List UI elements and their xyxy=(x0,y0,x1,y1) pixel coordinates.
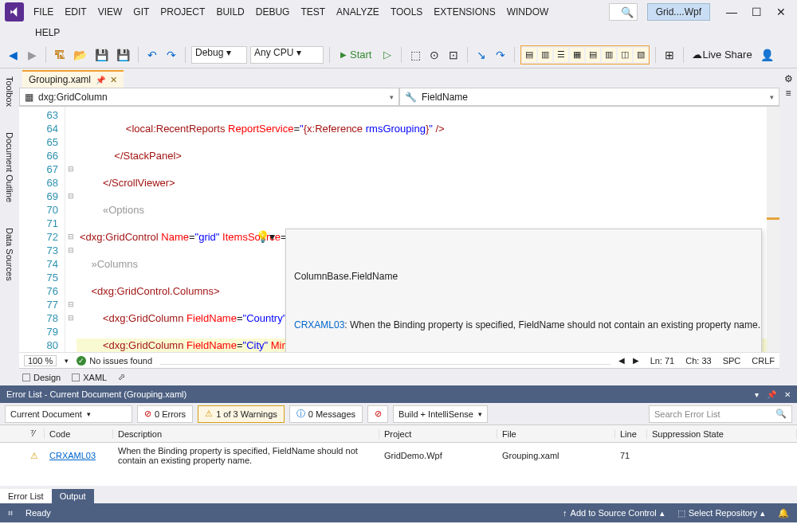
cr-icon-6[interactable]: ▥ xyxy=(602,48,616,62)
error-desc: When the Binding property is specified, … xyxy=(113,443,379,468)
error-code-link[interactable]: CRXAML03 xyxy=(49,451,96,460)
indent-indicator[interactable]: SPC xyxy=(723,356,741,366)
warnings-filter[interactable]: ⚠1 of 3 Warnings xyxy=(198,405,285,423)
nav-type-combo[interactable]: ▦ dxg:GridColumn xyxy=(19,88,399,106)
tool-icon-1[interactable]: ⬚ xyxy=(407,46,423,64)
line-indicator: Ln: 71 xyxy=(650,356,675,366)
menu-help[interactable]: HELP xyxy=(35,27,60,38)
solution-label[interactable]: Grid....Wpf xyxy=(647,3,710,21)
tab-close-icon[interactable]: ✕ xyxy=(110,75,117,85)
coderush-toolbar: ▤ ▥ ☰ ▦ ▤ ▥ ◫ ▧ xyxy=(520,45,650,65)
build-combo[interactable]: Build + IntelliSense xyxy=(393,405,488,423)
quick-search[interactable]: 🔍 xyxy=(609,3,638,21)
clear-filter[interactable]: ⊘ xyxy=(367,405,388,423)
redo-icon[interactable]: ↷ xyxy=(163,46,179,64)
menu-view[interactable]: VIEW xyxy=(98,6,123,18)
undo-icon[interactable]: ↶ xyxy=(144,46,160,64)
zoom-combo[interactable]: 100 % xyxy=(24,355,57,366)
tool-icon-2[interactable]: ⊙ xyxy=(426,46,442,64)
step-over-icon[interactable]: ↷ xyxy=(493,46,508,64)
code-content[interactable]: <local:RecentReports ReportService="{x:R… xyxy=(77,107,779,352)
popup-icon[interactable]: ⬀ xyxy=(118,372,125,382)
issues-indicator[interactable]: No issues found xyxy=(77,356,152,366)
grid-header[interactable]: ⁷⁄ Code Description Project File Line Su… xyxy=(0,425,797,443)
toolbox-tab[interactable]: Toolbox xyxy=(3,72,16,111)
select-repository[interactable]: ⬚ Select Repository ▴ xyxy=(677,508,765,518)
menu-git[interactable]: GIT xyxy=(133,6,149,18)
tool-icon-x[interactable]: ⊞ xyxy=(662,46,677,64)
step-into-icon[interactable]: ↘ xyxy=(473,46,489,64)
data-sources-tab[interactable]: Data Sources xyxy=(3,223,16,286)
table-row[interactable]: ⚠ CRXAML03 When the Binding property is … xyxy=(0,443,797,468)
user-icon[interactable]: 👤 xyxy=(758,46,776,64)
right-tab-1[interactable]: ⚙ xyxy=(783,72,795,86)
menu-project[interactable]: PROJECT xyxy=(160,6,205,18)
panel-dropdown-icon[interactable]: ▾ xyxy=(755,390,759,399)
right-tab-2[interactable]: ≡ xyxy=(783,86,792,100)
status-ready: Ready xyxy=(26,508,51,518)
errors-filter[interactable]: ⊘0 Errors xyxy=(137,405,193,423)
lightbulb-icon[interactable]: 💡▾ xyxy=(256,229,281,244)
tab-error-list[interactable]: Error List xyxy=(0,489,52,503)
nav-fwd-icon[interactable]: ▶ xyxy=(24,46,40,64)
terminal-icon[interactable]: ⌗ xyxy=(8,508,13,518)
tooltip-code-link[interactable]: CRXAML03 xyxy=(294,319,344,331)
error-grid: ⁷⁄ Code Description Project File Line Su… xyxy=(0,425,797,486)
panel-pin-icon[interactable]: 📌 xyxy=(767,390,776,399)
live-share-button[interactable]: ☁ Live Share xyxy=(689,46,754,64)
menu-debug[interactable]: DEBUG xyxy=(256,6,290,18)
menu-file[interactable]: FILE xyxy=(33,6,53,18)
start-button[interactable]: Start xyxy=(336,46,376,64)
minimize-icon[interactable]: — xyxy=(726,6,737,18)
nav-back-icon[interactable]: ◀ xyxy=(5,46,21,64)
start-no-debug-icon[interactable]: ▷ xyxy=(379,46,395,64)
maximize-icon[interactable]: ☐ xyxy=(752,6,762,18)
menu-extensions[interactable]: EXTENSIONS xyxy=(434,6,495,18)
platform-combo[interactable]: Any CPU ▾ xyxy=(250,46,324,64)
line-numbers: 63646566676869707172737475767778798081 xyxy=(19,107,65,352)
cr-icon-2[interactable]: ▥ xyxy=(538,48,552,62)
error-project: GridDemo.Wpf xyxy=(379,448,497,464)
fold-column[interactable]: ⊟⊟⊟⊟⊟⊟ xyxy=(65,107,77,352)
cr-icon-8[interactable]: ▧ xyxy=(634,48,648,62)
nav-member-combo[interactable]: 🔧 FieldName xyxy=(399,88,779,106)
main-menu: FILE EDIT VIEW GIT PROJECT BUILD DEBUG T… xyxy=(33,6,548,18)
design-tab[interactable]: Design xyxy=(22,373,61,382)
menu-edit[interactable]: EDIT xyxy=(65,6,86,18)
eol-indicator[interactable]: CRLF xyxy=(752,356,775,366)
menu-analyze[interactable]: ANALYZE xyxy=(336,6,379,18)
notifications-icon[interactable]: 🔔 xyxy=(778,508,789,518)
pin-icon[interactable]: 📌 xyxy=(96,76,105,84)
messages-filter[interactable]: ⓘ0 Messages xyxy=(289,405,363,423)
scroll-marker-bar[interactable] xyxy=(767,107,779,352)
doc-outline-tab[interactable]: Document Outline xyxy=(3,127,16,207)
tool-icon-3[interactable]: ⊡ xyxy=(446,46,461,64)
menu-build[interactable]: BUILD xyxy=(216,6,244,18)
menu-window[interactable]: WINDOW xyxy=(507,6,549,18)
new-project-icon[interactable]: 🏗 xyxy=(52,46,68,64)
status-bar: ⌗ Ready ↑ Add to Source Control ▴ ⬚ Sele… xyxy=(0,503,797,522)
add-source-control[interactable]: ↑ Add to Source Control ▴ xyxy=(563,508,665,518)
cr-icon-7[interactable]: ◫ xyxy=(618,48,632,62)
cr-icon-1[interactable]: ▤ xyxy=(522,48,536,62)
menu-test[interactable]: TEST xyxy=(300,6,325,18)
open-icon[interactable]: 📂 xyxy=(71,46,89,64)
close-icon[interactable]: ✕ xyxy=(776,6,786,18)
save-all-icon[interactable]: 💾 xyxy=(114,46,132,64)
xaml-tab[interactable]: XAML xyxy=(72,373,107,382)
title-bar: FILE EDIT VIEW GIT PROJECT BUILD DEBUG T… xyxy=(0,0,797,24)
code-editor[interactable]: 63646566676869707172737475767778798081 ⊟… xyxy=(19,107,779,352)
error-search-input[interactable]: Search Error List xyxy=(649,405,792,423)
scope-combo[interactable]: Current Document xyxy=(5,405,132,423)
cr-icon-3[interactable]: ☰ xyxy=(554,48,568,62)
menu-tools[interactable]: TOOLS xyxy=(391,6,422,18)
editor-status-bar: 100 % ▾ No issues found ◀ ▶ Ln: 71 Ch: 3… xyxy=(19,352,779,368)
save-icon[interactable]: 💾 xyxy=(92,46,111,64)
panel-close-icon[interactable]: ✕ xyxy=(784,390,791,399)
panel-header[interactable]: Error List - Current Document (Grouping.… xyxy=(0,385,797,403)
tab-output[interactable]: Output xyxy=(52,489,94,503)
cr-icon-4[interactable]: ▦ xyxy=(570,48,584,62)
config-combo[interactable]: Debug ▾ xyxy=(191,46,247,64)
cr-icon-5[interactable]: ▤ xyxy=(586,48,600,62)
tab-grouping-xaml[interactable]: Grouping.xaml 📌 ✕ xyxy=(22,70,124,88)
